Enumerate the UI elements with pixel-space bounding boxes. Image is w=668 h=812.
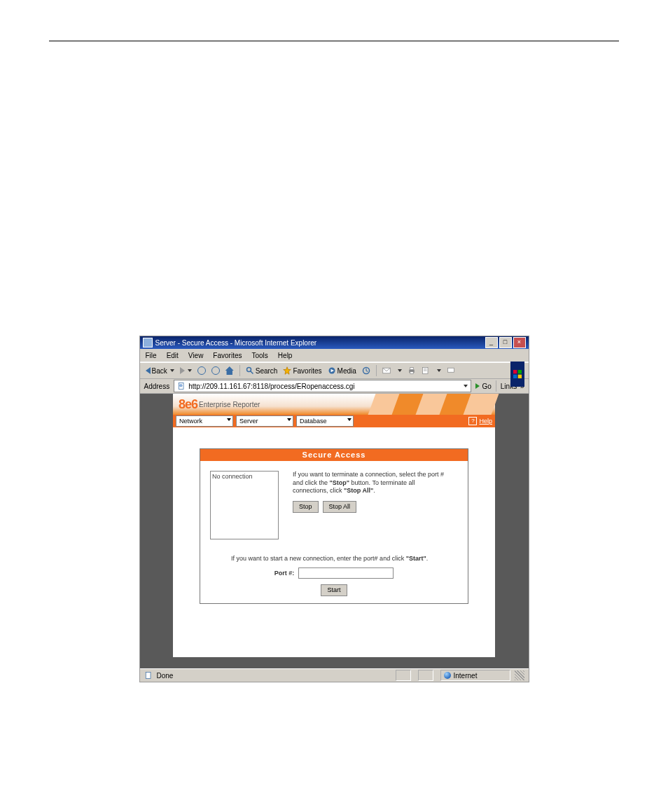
- svg-rect-2: [513, 375, 517, 378]
- menu-view[interactable]: View: [188, 352, 204, 359]
- menu-bar: File Edit View Favorites Tools Help: [140, 349, 529, 362]
- home-icon[interactable]: [225, 366, 234, 375]
- stop-button[interactable]: Stop: [293, 501, 319, 513]
- address-label: Address: [144, 383, 170, 390]
- svg-rect-1: [517, 370, 521, 373]
- history-icon[interactable]: [362, 366, 370, 375]
- address-bar: Address http://209.11.161.67:8118/proces…: [140, 379, 529, 394]
- back-button[interactable]: Back: [146, 367, 174, 375]
- svg-line-5: [250, 371, 253, 374]
- brand-header: 8e6 Enterprise Reporter: [173, 394, 495, 415]
- browser-viewport: 8e6 Enterprise Reporter Network Server D…: [140, 394, 529, 668]
- menu-file[interactable]: File: [146, 352, 157, 359]
- discuss-icon[interactable]: [447, 366, 455, 375]
- mail-icon[interactable]: [382, 366, 391, 375]
- database-select[interactable]: Database: [296, 415, 354, 427]
- edit-icon[interactable]: [422, 366, 430, 375]
- connection-list[interactable]: No connection: [210, 471, 279, 539]
- menu-edit[interactable]: Edit: [167, 352, 179, 359]
- svg-point-4: [246, 368, 251, 372]
- go-button[interactable]: Go: [475, 383, 491, 390]
- resize-grip-icon[interactable]: [515, 670, 524, 680]
- stop-all-button[interactable]: Stop All: [323, 501, 357, 513]
- menu-favorites[interactable]: Favorites: [213, 352, 242, 359]
- page-icon: [144, 671, 153, 680]
- help-icon: ?: [468, 417, 477, 425]
- search-button[interactable]: Search: [246, 366, 278, 375]
- brand-product: Enterprise Reporter: [199, 401, 260, 408]
- server-select[interactable]: Server: [236, 415, 293, 427]
- svg-rect-20: [146, 673, 151, 679]
- panel-title: Secure Access: [200, 449, 468, 461]
- arrow-left-icon: [146, 367, 151, 374]
- secure-access-panel: Secure Access No connection If you want …: [200, 448, 468, 604]
- svg-point-19: [179, 384, 183, 387]
- svg-rect-0: [513, 370, 517, 373]
- svg-rect-3: [517, 375, 521, 378]
- media-button[interactable]: Media: [328, 366, 356, 375]
- chevron-down-icon: [464, 385, 468, 387]
- maximize-button[interactable]: □: [499, 337, 512, 348]
- chevron-down-icon: [170, 369, 174, 372]
- svg-marker-6: [284, 367, 291, 375]
- terminate-hint: If you want to terminate a connection, s…: [293, 471, 458, 539]
- port-label: Port #:: [274, 570, 295, 577]
- window-title: Server - Secure Access - Microsoft Inter…: [155, 339, 317, 347]
- brand-logo: 8e6: [179, 397, 197, 412]
- print-icon[interactable]: [408, 366, 416, 375]
- ie-logo-banner: [510, 362, 524, 387]
- start-button[interactable]: Start: [321, 584, 347, 596]
- port-input[interactable]: [298, 567, 394, 579]
- status-bar: Done Internet: [140, 668, 529, 682]
- svg-rect-13: [410, 372, 414, 374]
- nav-row: Network Server Database ?Help: [173, 415, 495, 427]
- page-icon: [177, 382, 186, 390]
- star-icon: [283, 366, 291, 375]
- menu-tools[interactable]: Tools: [251, 352, 267, 359]
- refresh-icon[interactable]: [211, 366, 220, 375]
- arrow-right-icon: [180, 367, 185, 374]
- svg-rect-17: [447, 368, 454, 372]
- close-button[interactable]: ×: [513, 337, 526, 348]
- stop-icon[interactable]: [197, 366, 206, 375]
- menu-help[interactable]: Help: [278, 352, 293, 359]
- status-text: Done: [157, 672, 174, 680]
- title-bar: Server - Secure Access - Microsoft Inter…: [140, 336, 529, 349]
- ie-window: Server - Secure Access - Microsoft Inter…: [139, 336, 529, 682]
- favorites-button[interactable]: Favorites: [283, 366, 321, 375]
- search-icon: [246, 366, 254, 375]
- chevron-down-icon: [188, 369, 192, 372]
- url-text: http://209.11.161.67:8118/process/ERopen…: [188, 383, 354, 390]
- url-field[interactable]: http://209.11.161.67:8118/process/ERopen…: [174, 380, 471, 392]
- toolbar: Back Search Favorites Media: [140, 362, 529, 379]
- zone-indicator: Internet: [440, 670, 510, 681]
- network-select[interactable]: Network: [176, 415, 233, 427]
- page-divider: [49, 41, 619, 41]
- go-arrow-icon: [475, 383, 480, 389]
- minimize-button[interactable]: _: [485, 337, 498, 348]
- start-hint: If you want to start a new connection, e…: [210, 555, 458, 562]
- help-link[interactable]: ?Help: [468, 417, 492, 425]
- media-icon: [328, 366, 336, 375]
- forward-button[interactable]: [180, 367, 192, 374]
- app-icon: [143, 338, 153, 347]
- svg-rect-12: [410, 368, 414, 370]
- globe-icon: [444, 672, 451, 679]
